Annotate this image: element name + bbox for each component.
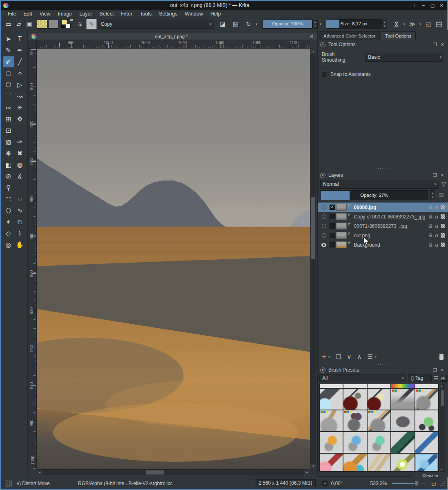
wrap-around-button[interactable]: ◱ (423, 20, 434, 28)
brush-preset-thumb[interactable] (320, 410, 343, 431)
tab-advanced-color-selector[interactable]: Advanced Color Selector (319, 31, 380, 40)
menu-image[interactable]: Image (54, 10, 76, 18)
preset-scroll-thumb[interactable] (441, 390, 444, 406)
duplicate-layer-button[interactable]: ❏ (336, 353, 341, 361)
scroll-up-icon[interactable]: ▴ (310, 49, 316, 54)
layer-thumbnail[interactable] (336, 241, 347, 248)
brush-preset-thumb-selected[interactable] (415, 454, 438, 472)
layer-properties-button[interactable]: ☰ (368, 353, 373, 361)
tool-ellipse[interactable]: ○ (14, 68, 26, 79)
menu-layer[interactable]: Layer (76, 10, 96, 18)
docker-lock-icon[interactable] (320, 42, 325, 47)
layer-options-menu-icon[interactable]: ☰ (437, 192, 446, 199)
scroll-left-icon[interactable]: ◂ (37, 470, 42, 475)
fit-to-screen-icon[interactable]: ⊡ (431, 480, 436, 487)
pattern-chooser[interactable] (48, 20, 59, 29)
brush-preset-thumb[interactable] (343, 454, 366, 472)
brush-preset-thumb[interactable] (320, 432, 343, 453)
tool-colorize-mask[interactable]: ⊘ (3, 171, 14, 182)
canvas-rotation-icon[interactable]: ↔ (321, 480, 328, 487)
brush-preset-thumb[interactable] (320, 454, 343, 472)
brush-preset-chooser-button[interactable]: ✎ (86, 19, 97, 29)
layer-opacity-slider[interactable]: Opacity: 27% (320, 190, 428, 200)
tool-pan[interactable]: ✋ (14, 239, 26, 250)
tool-ellipse-select[interactable]: ◌ (14, 194, 26, 205)
brush-preset-thumb[interactable] (415, 389, 438, 410)
tool-bezier-curve[interactable]: ⌒ (3, 91, 14, 102)
layer-checkbox[interactable] (328, 223, 336, 229)
layer-alpha-icon[interactable]: α (435, 223, 438, 229)
tool-dynamic-brush[interactable]: ∾ (3, 102, 14, 113)
mirror-vertical-button[interactable]: ≫ (407, 20, 418, 28)
layer-lock-icon[interactable] (428, 243, 433, 247)
layer-visibility-toggle[interactable] (320, 243, 328, 247)
layer-row[interactable]: ↱ Copy of 00071-3606392273_.jpg α (318, 212, 448, 221)
tool-multibrush[interactable]: ✳ (14, 102, 26, 113)
new-document-button[interactable]: ▭ (3, 20, 14, 28)
tool-freehand-path[interactable]: ↝ (14, 91, 26, 102)
brush-smoothing-combo[interactable]: Basic ▾ (365, 53, 444, 62)
tool-measure[interactable]: ∡ (14, 171, 26, 182)
fg-bg-color-widget[interactable]: ⇄ (61, 19, 73, 29)
brush-preset-thumb[interactable] (320, 389, 343, 410)
brush-preset-thumb[interactable] (368, 384, 390, 388)
canvas[interactable] (37, 49, 310, 469)
layer-lock-icon[interactable] (428, 224, 433, 228)
float-docker-icon[interactable]: ❐ (431, 368, 439, 373)
horizontal-scrollbar[interactable]: ◂ ▸ (37, 469, 310, 475)
swap-colors-icon[interactable]: ⇄ (70, 18, 73, 22)
background-color[interactable] (66, 24, 71, 28)
layer-blend-mode-combo[interactable]: Normal ▾ (320, 180, 439, 189)
layer-alpha-icon[interactable]: α (435, 214, 438, 220)
preset-view-icon[interactable]: ⊞ (440, 375, 447, 382)
brush-preset-thumb[interactable] (415, 432, 438, 453)
tool-select-shapes[interactable]: ➤ (3, 33, 14, 45)
tool-transform[interactable]: ⊞ (3, 114, 14, 125)
inherit-alpha-icon[interactable] (441, 214, 445, 219)
tool-similar-select[interactable]: ⧉ (14, 216, 26, 227)
tool-edit-shapes[interactable]: ✎ (3, 45, 14, 56)
brush-preset-thumb[interactable] (343, 410, 366, 431)
preset-scrollbar[interactable]: ▴ ▾ (440, 384, 445, 472)
layer-checkbox[interactable] (328, 233, 336, 238)
reload-preset-button[interactable]: ↻ (243, 20, 254, 28)
layer-filter-icon[interactable]: ▽ (441, 181, 446, 187)
layer-row[interactable]: ↱ out.png α (318, 231, 448, 240)
tool-zoom[interactable]: ◎ (3, 239, 14, 250)
brush-preset-thumb[interactable] (343, 389, 366, 410)
brush-preset-thumb[interactable] (415, 384, 438, 388)
tool-color-sampler[interactable]: ✑ (14, 136, 26, 147)
brush-preset-thumb[interactable] (368, 432, 390, 453)
window-resize-grip[interactable] (439, 481, 445, 486)
inherit-alpha-icon[interactable] (441, 233, 445, 238)
brush-preset-status-icon[interactable] (5, 480, 12, 487)
layer-alpha-icon[interactable]: α (435, 242, 438, 248)
inherit-alpha-icon[interactable] (441, 205, 445, 209)
opacity-slider[interactable]: Opacity: 100% (263, 19, 313, 29)
brush-preset-thumb[interactable] (391, 384, 414, 388)
inherit-alpha-icon[interactable] (441, 224, 445, 228)
tool-pattern[interactable]: ❋ (3, 148, 14, 159)
brush-preset-thumb[interactable] (368, 410, 390, 431)
save-document-button[interactable]: ▣ (24, 20, 35, 28)
docker-splitter[interactable]: ······· (318, 167, 448, 171)
tool-magic-wand-select[interactable]: ✴ (3, 216, 14, 227)
close-docker-icon[interactable]: ✕ (439, 42, 446, 47)
preset-filter-combo[interactable]: All ▾ (319, 374, 406, 382)
scroll-down-icon[interactable]: ▾ (441, 468, 442, 471)
menu-window[interactable]: Window (181, 10, 207, 18)
document-close-icon[interactable]: ✕ (306, 34, 317, 39)
layer-visibility-toggle[interactable] (320, 233, 328, 238)
layer-checkbox[interactable]: ✓ (328, 205, 336, 210)
brush-preset-thumb[interactable] (368, 454, 390, 472)
layer-thumbnail[interactable] (336, 213, 347, 220)
layer-alpha-icon[interactable]: α (435, 204, 438, 210)
docker-lock-icon[interactable] (320, 173, 325, 178)
tool-poly-select[interactable]: ⬡ (3, 205, 14, 216)
tool-rect-select[interactable]: ⬚ (3, 194, 14, 205)
tool-freehand-select[interactable]: ∿ (14, 205, 26, 216)
layer-checkbox[interactable] (328, 214, 336, 219)
menu-tools[interactable]: Tools (136, 10, 155, 18)
document-tab[interactable]: out_x4p_r.png * ✕ (28, 33, 317, 40)
layer-visibility-toggle[interactable] (320, 205, 328, 210)
